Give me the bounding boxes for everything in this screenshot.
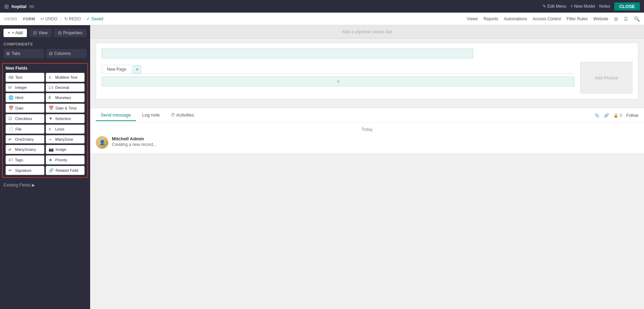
field-text-btn[interactable]: Ab Text	[6, 73, 44, 82]
message-body: Mitchell Admin Creating a new record...	[112, 136, 638, 147]
view-button[interactable]: ⊡ View	[29, 29, 52, 37]
edit-menu-link[interactable]: ✎ Edit Menu	[543, 4, 566, 9]
chevron-right-icon: ▶	[32, 183, 35, 188]
pipeline-bar[interactable]: Add a pipeline status bar	[90, 25, 644, 38]
field-one2many-btn[interactable]: ⇌ One2many	[6, 135, 44, 143]
content-scroll: New Page + Add Picture	[90, 38, 644, 309]
message-text: Creating a new record...	[112, 142, 638, 147]
send-message-tab[interactable]: Send message	[96, 110, 136, 121]
datetime-field-icon: 📅	[49, 106, 54, 111]
follow-button[interactable]: Follow	[626, 113, 638, 118]
decimal-field-icon: 1.5	[49, 86, 53, 90]
tabs-component-btn[interactable]: ⊞ Tabs	[3, 49, 44, 58]
top-bar-right: ✎ Edit Menu + New Model Notes CLOSE	[543, 2, 640, 10]
monetary-field-icon: €	[49, 95, 53, 100]
many2one-field-icon: ⇝	[49, 138, 53, 141]
field-related-btn[interactable]: 🔗 Related Field	[46, 166, 85, 175]
new-fields-label: New Fields	[6, 66, 85, 71]
view-icon: ⊡	[33, 30, 37, 35]
image-field-icon: 📷	[49, 147, 54, 152]
tab-content-placeholder	[102, 77, 574, 86]
view-icon-list[interactable]: ☰	[624, 16, 628, 22]
nav-website[interactable]: Website	[593, 16, 608, 21]
field-image-btn[interactable]: 📷 Image	[46, 145, 85, 154]
priority-field-icon: ★	[49, 157, 53, 162]
add-tab-button[interactable]: +	[133, 65, 141, 73]
second-bar-left: VIEWS FORM ↩ UNDO | ↻ REDO ✓ Saved	[4, 16, 103, 21]
field-datetime-btn[interactable]: 📅 Date & Time	[46, 104, 85, 113]
new-page-tab[interactable]: New Page	[102, 65, 131, 73]
nav-access-control[interactable]: Access Control	[533, 16, 561, 21]
field-tags-btn[interactable]: 🏷 Tags	[6, 155, 44, 164]
field-selection-btn[interactable]: ▼ Selection	[46, 114, 85, 123]
view-icon-grid[interactable]: ⊞	[614, 16, 618, 22]
top-bar: ⊞ hopital op ✎ Edit Menu + New Model Not…	[0, 0, 644, 13]
search-icon[interactable]: 🔍	[634, 16, 640, 22]
today-label: Today	[96, 127, 638, 132]
activities-tab[interactable]: ⏱ Activities	[166, 110, 199, 121]
app-name: hopital	[12, 4, 27, 9]
field-date-btn[interactable]: 📅 Date	[6, 104, 44, 113]
selection-field-icon: ▼	[49, 116, 53, 121]
field-priority-btn[interactable]: ★ Priority	[46, 155, 85, 164]
redo-button[interactable]: ↻ REDO	[64, 16, 81, 21]
undo-button[interactable]: ↩ UNDO	[41, 16, 57, 21]
sidebar-top-buttons: + + Add ⊡ View ⊟ Properties	[0, 25, 90, 39]
chatter: Send message Log note ⏱ Activities 📎 🔗	[90, 108, 644, 153]
nav-views[interactable]: Views	[467, 16, 478, 21]
second-bar: VIEWS FORM ↩ UNDO | ↻ REDO ✓ Saved Views…	[0, 13, 644, 25]
nav-filter-rules[interactable]: Filter Rules	[566, 16, 588, 21]
form-content-row: New Page + Add Picture	[102, 62, 632, 93]
field-decimal-btn[interactable]: 1.5 Decimal	[46, 83, 85, 92]
one2many-field-icon: ⇌	[8, 138, 13, 141]
undo-redo-group: ↩ UNDO | ↻ REDO	[41, 16, 81, 21]
checkbox-field-icon: ☑	[8, 116, 13, 121]
field-lines-btn[interactable]: ≡ Lines	[46, 125, 85, 134]
close-button[interactable]: CLOSE	[614, 2, 640, 10]
html-field-icon: 🌐	[8, 95, 14, 100]
chatter-tabs-left: Send message Log note ⏱ Activities	[96, 110, 199, 121]
field-many2one-btn[interactable]: ⇝ Many2one	[46, 135, 85, 143]
attachment-icon[interactable]: 📎	[594, 113, 600, 118]
new-fields-section: New Fields Ab Text ≡ Multiline Text N° I…	[2, 63, 88, 178]
online-indicator	[105, 146, 108, 148]
main-content: Add a pipeline status bar New Pa	[90, 25, 644, 309]
field-signature-btn[interactable]: ✏ Signature	[6, 166, 44, 175]
tabs-icon: ⊞	[6, 51, 10, 56]
many2many-field-icon: ⇌	[8, 148, 13, 152]
new-model-link[interactable]: + New Model	[570, 4, 595, 9]
field-file-btn[interactable]: 📄 File	[6, 125, 44, 134]
pencil-icon: ✎	[543, 4, 546, 9]
nav-automations[interactable]: Automations	[504, 16, 527, 21]
columns-component-btn[interactable]: ⊟ Columns	[46, 49, 87, 58]
field-monetary-btn[interactable]: € Monetary	[46, 93, 85, 102]
second-bar-nav: Views Reports Automations Access Control…	[467, 16, 640, 22]
signature-field-icon: ✏	[8, 168, 13, 173]
add-button[interactable]: + + Add	[3, 29, 27, 37]
properties-button[interactable]: ⊟ Properties	[54, 29, 87, 37]
field-checkbox-btn[interactable]: ☑ Checkbox	[6, 114, 44, 123]
name-field-row	[102, 49, 632, 58]
field-many2many-btn[interactable]: ⇌ Many2many	[6, 145, 44, 154]
grid-icon: ⊞	[4, 3, 9, 10]
field-multiline-btn[interactable]: ≡ Multiline Text	[46, 73, 85, 82]
field-grid: Ab Text ≡ Multiline Text N° Integer 1.5 …	[6, 73, 85, 175]
related-field-icon: 🔗	[49, 168, 54, 173]
link-icon[interactable]: 🔗	[604, 113, 609, 118]
message-item: 👤 Mitchell Admin Creating a new record..…	[96, 136, 638, 149]
field-html-btn[interactable]: 🌐 Html	[6, 93, 44, 102]
components-label: Components	[3, 42, 87, 46]
separator: |	[60, 16, 61, 21]
existing-fields[interactable]: Existing Fields ▶	[0, 180, 90, 190]
notes-link[interactable]: Notes	[599, 4, 610, 9]
chatter-content: Today 👤 Mitchell Admin Creating a new re…	[90, 123, 644, 153]
file-field-icon: 📄	[8, 127, 14, 132]
nav-reports[interactable]: Reports	[484, 16, 498, 21]
field-integer-btn[interactable]: N° Integer	[6, 83, 44, 92]
lock-icon[interactable]: 🔒 0	[613, 113, 622, 118]
message-author: Mitchell Admin	[112, 136, 638, 141]
log-note-tab[interactable]: Log note	[137, 110, 165, 121]
form-label: FORM	[23, 17, 35, 21]
add-picture-area[interactable]: Add Picture	[580, 62, 632, 93]
form-area: New Page + Add Picture	[90, 38, 644, 108]
